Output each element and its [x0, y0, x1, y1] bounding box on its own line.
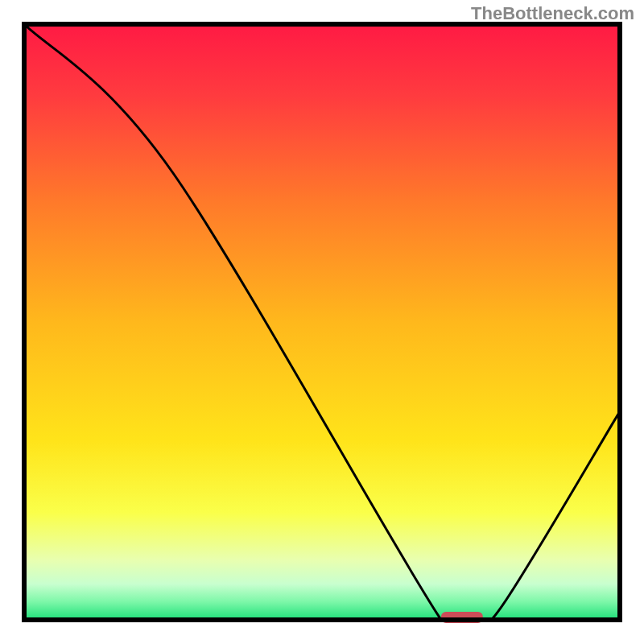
watermark-text: TheBottleneck.com	[471, 3, 634, 24]
gradient-background	[24, 24, 620, 620]
chart-container: TheBottleneck.com	[0, 0, 644, 644]
chart-svg	[0, 0, 644, 644]
